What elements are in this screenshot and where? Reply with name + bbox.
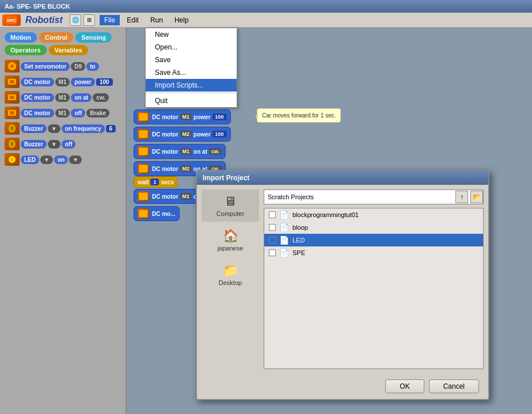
dialog-footer: OK Cancel xyxy=(197,374,488,399)
file-checkbox-bloop[interactable] xyxy=(269,224,276,231)
dialog-title: Import Project xyxy=(203,174,249,182)
cancel-button[interactable]: Cancel xyxy=(429,379,479,393)
home-icon: 🏠 xyxy=(223,229,238,244)
file-item-blockprog[interactable]: 📄 blockprogrammingtut01 xyxy=(264,208,483,221)
file-name-blockprog: blockprogrammingtut01 xyxy=(292,211,359,218)
path-folder-btn[interactable]: 📂 xyxy=(470,191,483,203)
nav-desktop[interactable]: 📁 Desktop xyxy=(202,259,259,291)
import-dialog: Import Project 🖥 Computer 🏠 japanese 📁 D… xyxy=(196,170,489,400)
dialog-content: 🖥 Computer 🏠 japanese 📁 Desktop ↑ 📂 xyxy=(197,185,488,374)
dialog-overlay: Import Project 🖥 Computer 🏠 japanese 📁 D… xyxy=(0,0,532,414)
nav-computer-label: Computer xyxy=(216,210,244,217)
file-name-bloop: bloop xyxy=(292,224,308,231)
file-checkbox-spe[interactable] xyxy=(269,249,276,256)
nav-desktop-label: Desktop xyxy=(219,279,242,286)
file-checkbox-led[interactable] xyxy=(269,237,276,244)
file-icon-blockprog: 📄 xyxy=(279,210,289,219)
file-list: 📄 blockprogrammingtut01 📄 bloop 📄 LED xyxy=(264,208,484,369)
nav-japanese-label: japanese xyxy=(218,245,244,252)
computer-icon: 🖥 xyxy=(224,194,237,209)
nav-japanese[interactable]: 🏠 japanese xyxy=(202,224,259,256)
dialog-right: ↑ 📂 📄 blockprogrammingtut01 📄 bloop xyxy=(264,189,484,369)
file-item-spe[interactable]: 📄 SPE xyxy=(264,246,483,259)
file-item-bloop[interactable]: 📄 bloop xyxy=(264,221,483,234)
path-input[interactable] xyxy=(264,192,453,202)
file-name-led: LED xyxy=(292,237,305,244)
file-icon-led: 📄 xyxy=(279,236,289,245)
dialog-left-nav: 🖥 Computer 🏠 japanese 📁 Desktop xyxy=(202,189,259,369)
file-name-spe: SPE xyxy=(292,249,305,256)
dialog-title-bar: Import Project xyxy=(197,171,488,185)
path-up-btn[interactable]: ↑ xyxy=(455,191,468,203)
folder-icon: 📁 xyxy=(223,263,238,278)
file-item-led[interactable]: 📄 LED xyxy=(264,234,483,246)
file-icon-spe: 📄 xyxy=(279,248,289,257)
nav-computer[interactable]: 🖥 Computer xyxy=(202,189,259,222)
path-bar: ↑ 📂 xyxy=(264,189,484,204)
ok-button[interactable]: OK xyxy=(385,379,424,393)
file-checkbox-blockprog[interactable] xyxy=(269,211,276,218)
file-icon-bloop: 📄 xyxy=(279,223,289,232)
